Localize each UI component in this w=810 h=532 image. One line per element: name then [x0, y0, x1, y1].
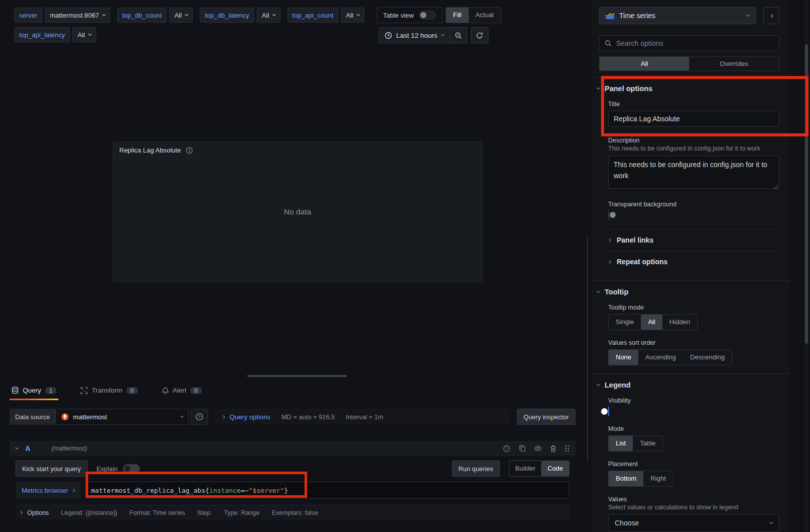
variable-server-value[interactable]: mattermost:8067 [45, 8, 110, 23]
time-range-picker[interactable]: Last 12 hours [379, 27, 450, 43]
query-row-actions: ? [503, 445, 569, 452]
values-sort-order-group: None Ascending Descending [608, 349, 732, 365]
chevron-down-icon [597, 383, 600, 386]
interval: Interval = 1m [346, 413, 383, 421]
options-toggle[interactable]: Options [20, 509, 49, 516]
time-range-label: Last 12 hours [396, 32, 437, 39]
metrics-browser-toggle[interactable]: Metrics browser [16, 482, 81, 499]
bell-icon [162, 387, 169, 394]
copy-icon[interactable] [519, 445, 526, 452]
variable-top-api-count-value[interactable]: All [341, 8, 364, 23]
description-hint: This needs to be configured in config.js… [608, 145, 779, 152]
collapse-options-button[interactable] [763, 7, 779, 24]
builder-option[interactable]: Builder [509, 461, 542, 476]
tooltip-mode-single[interactable]: Single [609, 315, 641, 330]
kick-start-query-button[interactable]: Kick start your query [16, 461, 88, 477]
sort-none[interactable]: None [609, 350, 638, 365]
run-queries-button[interactable]: Run queries [452, 461, 500, 477]
repeat-options-toggle[interactable]: Repeat options [608, 251, 779, 272]
refresh-button[interactable] [471, 27, 488, 43]
datasource-label: Data source [10, 409, 55, 425]
chevron-down-icon [441, 33, 445, 36]
panel-links-toggle[interactable]: Panel links [608, 230, 779, 251]
panel-header[interactable]: Replica Lag Absolute [113, 142, 482, 159]
placement-bottom[interactable]: Bottom [609, 471, 643, 486]
sidebar-resize-splitter[interactable] [587, 237, 588, 461]
transparent-background-label: Transparent background [608, 201, 779, 208]
variables-row-1: server mattermost:8067 top_db_count All … [14, 8, 364, 23]
filter-tab-all[interactable]: All [600, 57, 689, 70]
drag-handle-icon[interactable] [565, 445, 569, 452]
fill-option[interactable]: Fill [446, 8, 469, 23]
legend-values-select[interactable]: Choose [608, 514, 779, 531]
variable-top-api-count: top_api_count All [287, 8, 364, 23]
search-options-box[interactable] [599, 35, 779, 51]
zoom-out-icon [455, 32, 462, 39]
variable-top-db-latency-value[interactable]: All [257, 8, 280, 23]
tooltip-heading[interactable]: Tooltip [597, 288, 779, 296]
time-series-icon [606, 13, 614, 19]
legend-placement-group: Bottom Right [608, 471, 674, 487]
refresh-icon [476, 32, 483, 39]
table-view-toggle-group: Table view [377, 7, 443, 23]
visualization-picker[interactable]: Time series [599, 7, 756, 24]
annotation-rect-query-expression [86, 472, 307, 498]
query-options-toggle[interactable]: Query options [222, 413, 270, 421]
tooltip-mode-hidden[interactable]: Hidden [662, 315, 697, 330]
sort-descending[interactable]: Descending [683, 350, 732, 365]
fill-actual-group: Fill Actual [446, 7, 501, 23]
panel-preview: Replica Lag Absolute No data [113, 141, 482, 282]
variable-top-api-latency-label: top_api_latency [14, 27, 70, 42]
eye-icon[interactable] [534, 445, 542, 451]
database-icon [12, 387, 19, 394]
variable-top-db-count: top_db_count All [117, 8, 193, 23]
tooltip-mode-label: Tooltip mode [608, 304, 779, 311]
datasource-help-button[interactable]: ? [191, 409, 208, 425]
legend-visibility-toggle[interactable] [608, 407, 609, 416]
section-tooltip: Tooltip Tooltip mode Single All Hidden V… [592, 280, 789, 373]
tab-query[interactable]: Query 1 [10, 386, 58, 400]
search-options-input[interactable] [616, 39, 774, 47]
table-view-toggle[interactable] [419, 11, 436, 20]
chevron-down-icon [356, 13, 360, 16]
filter-tab-overrides[interactable]: Overrides [689, 57, 779, 70]
svg-text:?: ? [505, 446, 508, 451]
tab-query-label: Query [23, 387, 41, 394]
variable-top-db-count-value[interactable]: All [169, 8, 192, 23]
description-textarea[interactable]: This needs to be configured in config.js… [608, 156, 779, 189]
visualization-name: Time series [619, 12, 655, 20]
option-type: Type: Range [224, 509, 260, 516]
actual-option[interactable]: Actual [469, 8, 501, 23]
chevron-down-icon [747, 13, 750, 17]
tooltip-mode-all[interactable]: All [641, 315, 662, 330]
chevron-down-icon [15, 446, 19, 449]
svg-text:?: ? [198, 414, 200, 419]
zoom-out-button[interactable] [450, 27, 467, 43]
variable-top-api-latency-value[interactable]: All [72, 27, 96, 42]
transparent-background-toggle[interactable] [608, 210, 609, 220]
query-ref-id: A [25, 444, 30, 452]
trash-icon[interactable] [550, 445, 556, 452]
datasource-picker[interactable]: mattermost [55, 409, 189, 425]
legend-mode-table[interactable]: Table [633, 436, 662, 451]
code-option[interactable]: Code [541, 461, 569, 476]
chevron-right-icon [608, 260, 611, 263]
annotation-rect-panel-title [601, 76, 808, 136]
time-controls: Last 12 hours [379, 27, 488, 43]
panel-title: Replica Lag Absolute [119, 146, 181, 154]
help-icon[interactable]: ? [503, 445, 510, 452]
tab-alert[interactable]: Alert 0 [160, 386, 204, 400]
sort-ascending[interactable]: Ascending [638, 350, 683, 365]
legend-heading[interactable]: Legend [597, 381, 779, 389]
chevron-down-icon [88, 32, 91, 36]
tab-transform[interactable]: Transform 0 [79, 386, 139, 400]
legend-mode-list[interactable]: List [609, 436, 633, 451]
placement-right[interactable]: Right [643, 471, 673, 486]
builder-code-switch: Builder Code [509, 461, 569, 477]
question-circle-icon: ? [195, 413, 203, 421]
pane-resize-handle[interactable] [247, 375, 347, 377]
chevron-down-icon [185, 13, 188, 16]
tab-transform-label: Transform [92, 387, 122, 394]
query-inspector-button[interactable]: Query inspector [517, 409, 575, 425]
query-row-header[interactable]: A (mattermost) ? [10, 441, 575, 456]
